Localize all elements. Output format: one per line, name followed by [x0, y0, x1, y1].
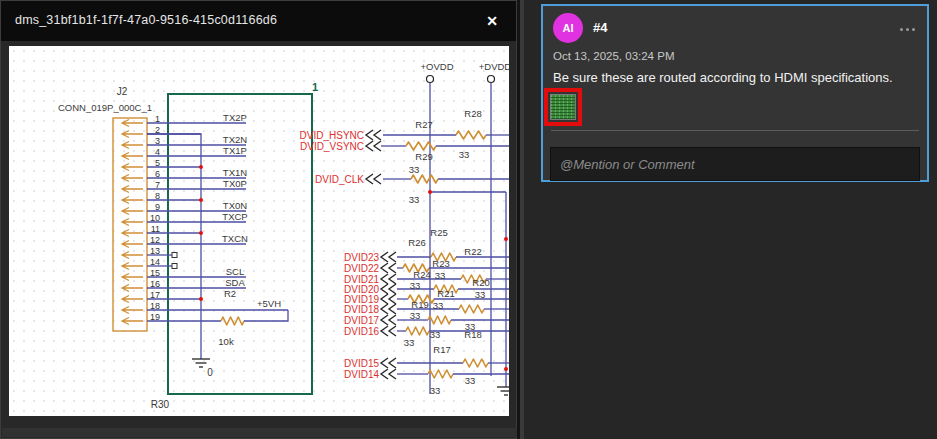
svg-text:R24: R24 [413, 269, 430, 280]
svg-text:R17: R17 [433, 344, 450, 355]
svg-text:+DVDD: +DVDD [479, 61, 509, 72]
svg-text:33: 33 [475, 289, 486, 300]
svg-text:DVID22: DVID22 [344, 263, 379, 274]
svg-text:33: 33 [404, 337, 415, 348]
svg-text:1: 1 [312, 81, 318, 93]
card-divider [551, 130, 919, 131]
svg-text:DVID15: DVID15 [344, 358, 379, 369]
svg-text:10k: 10k [218, 336, 234, 347]
svg-text:R29: R29 [415, 151, 432, 162]
svg-text:CONN_019P_000C_1: CONN_019P_000C_1 [58, 102, 152, 113]
comment-timestamp: Oct 13, 2025, 03:24 PM [553, 50, 674, 62]
svg-text:TX2N: TX2N [223, 134, 247, 145]
svg-text:TX0N: TX0N [223, 200, 247, 211]
comment-id: #4 [593, 20, 607, 35]
svg-text:DVID_VSYNC: DVID_VSYNC [300, 141, 364, 152]
svg-text:DVID14: DVID14 [344, 369, 379, 380]
svg-text:33: 33 [435, 270, 446, 281]
comment-menu-icon[interactable] [900, 28, 915, 31]
svg-text:R18: R18 [464, 329, 481, 340]
svg-text:TX1N: TX1N [223, 167, 247, 178]
svg-text:R27: R27 [415, 119, 432, 130]
svg-text:TXCN: TXCN [222, 233, 248, 244]
svg-text:DVID_CLK: DVID_CLK [315, 174, 364, 185]
svg-text:R28: R28 [464, 108, 481, 119]
viewer-footer [2, 428, 517, 437]
svg-text:R30: R30 [151, 399, 170, 410]
svg-text:R2: R2 [224, 288, 236, 299]
svg-text:DVID_HSYNC: DVID_HSYNC [300, 130, 364, 141]
svg-text:33: 33 [410, 310, 421, 321]
svg-text:R23: R23 [432, 258, 449, 269]
schematic-viewer-window: dms_31bf1b1f-1f7f-47a0-9516-415c0d1166d6… [0, 0, 517, 439]
svg-text:TX2P: TX2P [223, 112, 247, 123]
svg-text:J2: J2 [117, 86, 128, 97]
comment-input[interactable] [550, 147, 920, 181]
svg-text:33: 33 [459, 149, 470, 160]
svg-text:33: 33 [410, 280, 421, 291]
comments-panel: AI #4 Oct 13, 2025, 03:24 PM Be sure the… [524, 0, 937, 439]
svg-text:R26: R26 [408, 237, 425, 248]
svg-text:+5VH: +5VH [257, 298, 281, 309]
svg-text:TX1P: TX1P [223, 145, 247, 156]
svg-text:33: 33 [430, 385, 441, 396]
svg-text:33: 33 [409, 164, 420, 175]
avatar: AI [553, 13, 583, 43]
svg-text:SCL: SCL [226, 266, 244, 277]
viewer-titlebar: dms_31bf1b1f-1f7f-47a0-9516-415c0d1166d6… [1, 1, 516, 41]
comment-attachment-thumbnail[interactable] [544, 88, 582, 126]
svg-text:+OVDD: +OVDD [421, 61, 454, 72]
svg-text:33: 33 [430, 329, 441, 340]
viewer-title: dms_31bf1b1f-1f7f-47a0-9516-415c0d1166d6 [15, 13, 277, 27]
svg-text:33: 33 [433, 300, 444, 311]
svg-text:33: 33 [409, 194, 420, 205]
svg-text:SDA: SDA [225, 277, 245, 288]
comment-card: AI #4 Oct 13, 2025, 03:24 PM Be sure the… [541, 4, 929, 182]
attachment-image [550, 94, 576, 120]
svg-text:R21: R21 [437, 288, 454, 299]
comment-body: Be sure these are routed according to HD… [553, 70, 893, 85]
svg-text:R25: R25 [430, 227, 447, 238]
svg-text:DVID16: DVID16 [344, 326, 379, 337]
schematic-image[interactable]: 12345678910111213141516171819TX2PTX2NTX1… [9, 46, 509, 416]
close-icon[interactable]: ✕ [480, 9, 504, 33]
svg-text:0: 0 [207, 367, 213, 378]
svg-text:TXCP: TXCP [222, 211, 247, 222]
svg-text:TX0P: TX0P [223, 178, 247, 189]
svg-text:DVID18: DVID18 [344, 304, 379, 315]
svg-text:DVID17: DVID17 [344, 315, 379, 326]
svg-text:33: 33 [465, 375, 476, 386]
svg-text:R22: R22 [464, 246, 481, 257]
svg-text:R19: R19 [411, 299, 428, 310]
svg-text:R20: R20 [472, 277, 489, 288]
schematic-canvas: 12345678910111213141516171819TX2PTX2NTX1… [9, 46, 509, 416]
svg-text:DVID23: DVID23 [344, 252, 379, 263]
